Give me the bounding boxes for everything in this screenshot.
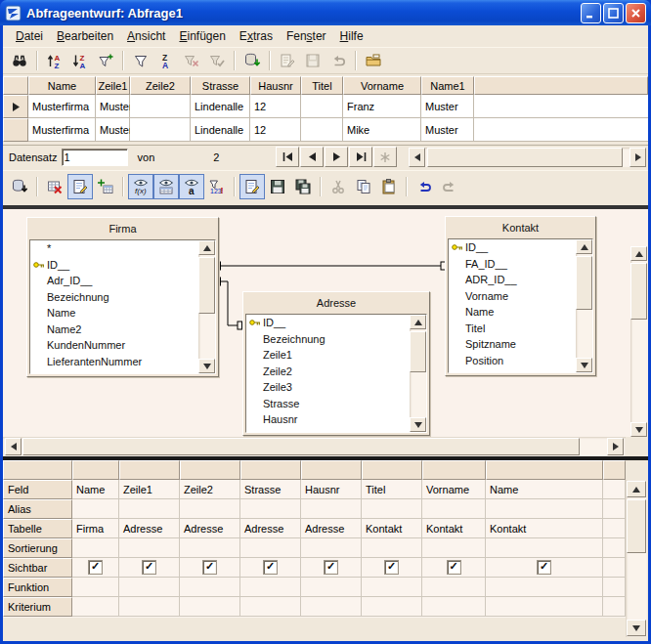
- field-item[interactable]: KundenNummer: [30, 337, 198, 354]
- scroll-right-button[interactable]: [607, 438, 624, 455]
- scroll-up-icon[interactable]: [576, 239, 592, 254]
- grid-cell[interactable]: [301, 597, 362, 617]
- sichtbar-checkbox[interactable]: [88, 560, 103, 575]
- field-item[interactable]: Hausnr: [246, 411, 410, 428]
- table-box-firma[interactable]: Firma * ID__ Adr_ID__ Bezeichnung Name N…: [26, 217, 219, 377]
- sort-descending-button[interactable]: ZA: [67, 48, 93, 73]
- grid-column-header[interactable]: [486, 460, 603, 480]
- alias-button[interactable]: a: [179, 174, 204, 199]
- sichtbar-checkbox[interactable]: [263, 560, 278, 575]
- scroll-left-button[interactable]: [409, 148, 425, 167]
- grid-cell[interactable]: [119, 597, 180, 617]
- grid-cell[interactable]: [72, 499, 119, 519]
- grid-column-header[interactable]: [240, 460, 301, 480]
- grid-cell[interactable]: [301, 499, 362, 519]
- scroll-down-button[interactable]: [627, 620, 646, 636]
- sichtbar-checkbox[interactable]: [384, 560, 399, 575]
- scroll-right-button[interactable]: [629, 148, 646, 167]
- grid-cell[interactable]: [486, 499, 603, 519]
- grid-cell[interactable]: [240, 578, 301, 597]
- query-design-pane[interactable]: Firma * ID__ Adr_ID__ Bezeichnung Name N…: [3, 207, 648, 437]
- table-cell[interactable]: 12: [250, 95, 301, 118]
- grid-cell[interactable]: [240, 597, 301, 617]
- table-cell[interactable]: Mike: [343, 118, 421, 142]
- grid-cell[interactable]: [486, 538, 603, 558]
- find-record-button[interactable]: [7, 48, 32, 73]
- table-row[interactable]: Musterfirma Muster Lindenalle 12 Mike Mu…: [3, 118, 648, 142]
- field-item[interactable]: FA_ID__: [449, 256, 576, 273]
- grid-cell[interactable]: [72, 597, 119, 617]
- scroll-down-icon[interactable]: [576, 358, 592, 372]
- scroll-down-icon[interactable]: [198, 359, 215, 373]
- table-cell[interactable]: [301, 118, 343, 142]
- field-list-scrollbar[interactable]: [198, 240, 215, 373]
- add-table-button[interactable]: [93, 174, 118, 199]
- grid-cell[interactable]: Kontakt: [362, 519, 422, 538]
- minimize-button[interactable]: [581, 3, 601, 23]
- menu-ansicht[interactable]: Ansicht: [120, 27, 172, 45]
- column-header[interactable]: Titel: [301, 76, 343, 95]
- grid-cell[interactable]: [422, 578, 486, 597]
- table-cell[interactable]: Franz: [343, 95, 421, 118]
- field-item[interactable]: Strasse: [246, 396, 410, 412]
- record-number-input[interactable]: [62, 149, 128, 166]
- table-cell[interactable]: Lindenalle: [191, 95, 250, 118]
- grid-cell[interactable]: [180, 578, 240, 597]
- field-item[interactable]: Vorname: [449, 288, 576, 305]
- sichtbar-checkbox[interactable]: [537, 560, 551, 575]
- autofilter-button[interactable]: [93, 48, 118, 73]
- table-row[interactable]: Musterfirma Muster Lindenalle 12 Franz M…: [3, 95, 648, 118]
- scroll-up-button[interactable]: [627, 481, 646, 497]
- grid-cell[interactable]: [301, 538, 362, 558]
- record-scrollbar[interactable]: [409, 148, 646, 167]
- scroll-thumb[interactable]: [198, 257, 215, 314]
- grid-cell[interactable]: Adresse: [240, 519, 301, 538]
- grid-cell[interactable]: [422, 499, 486, 519]
- table-cell[interactable]: [301, 95, 343, 118]
- save-button[interactable]: [265, 174, 290, 199]
- grid-column-header[interactable]: [422, 460, 486, 480]
- grid-cell[interactable]: Adresse: [180, 519, 240, 538]
- save-record-button[interactable]: [300, 48, 326, 73]
- grid-cell[interactable]: [486, 578, 603, 597]
- grid-cell[interactable]: Zeile1: [119, 480, 180, 499]
- field-item[interactable]: ID__: [449, 239, 576, 256]
- scroll-thumb[interactable]: [576, 256, 592, 310]
- menu-fenster[interactable]: Fenster: [280, 27, 333, 45]
- table-cell[interactable]: Muster: [96, 95, 130, 118]
- column-header[interactable]: Hausnr: [250, 76, 301, 95]
- scroll-thumb[interactable]: [22, 438, 580, 455]
- field-list-scrollbar[interactable]: [410, 315, 426, 432]
- table-cell[interactable]: Musterfirma: [28, 118, 96, 142]
- undo-button[interactable]: [412, 174, 437, 199]
- grid-cell[interactable]: Name: [486, 480, 603, 499]
- column-header[interactable]: Zeile1: [96, 76, 130, 95]
- grid-cell[interactable]: [362, 538, 422, 558]
- column-header[interactable]: Name1: [421, 76, 474, 95]
- scroll-thumb[interactable]: [627, 499, 646, 553]
- design-vertical-scrollbar[interactable]: [630, 246, 647, 437]
- grid-cell[interactable]: [240, 499, 301, 519]
- field-item[interactable]: Zeile2: [246, 364, 410, 380]
- titlebar[interactable]: Abfrageentwurf: Abfrage1: [0, 0, 651, 25]
- sichtbar-checkbox[interactable]: [142, 560, 156, 575]
- grid-cell[interactable]: [362, 597, 422, 617]
- grid-cell[interactable]: [180, 597, 240, 617]
- scroll-left-button[interactable]: [5, 438, 22, 455]
- edit-button[interactable]: [239, 174, 265, 199]
- table-cell[interactable]: Muster: [421, 118, 474, 142]
- grid-cell[interactable]: [362, 578, 422, 597]
- column-header[interactable]: Strasse: [191, 76, 250, 95]
- field-item[interactable]: LieferantenNummer: [30, 354, 198, 370]
- scroll-up-icon[interactable]: [410, 315, 426, 329]
- standard-filter-button[interactable]: [128, 48, 153, 73]
- refresh-data-button[interactable]: [239, 48, 265, 73]
- table-box-title[interactable]: Firma: [27, 218, 218, 239]
- table-cell[interactable]: Muster: [96, 118, 130, 142]
- table-cell[interactable]: Muster: [421, 95, 474, 118]
- grid-cell[interactable]: [180, 538, 240, 558]
- field-item[interactable]: Spitzname: [449, 336, 576, 353]
- column-header[interactable]: Vorname: [343, 76, 421, 95]
- design-horizontal-scrollbar[interactable]: [3, 437, 626, 456]
- grid-column-header[interactable]: [301, 460, 362, 480]
